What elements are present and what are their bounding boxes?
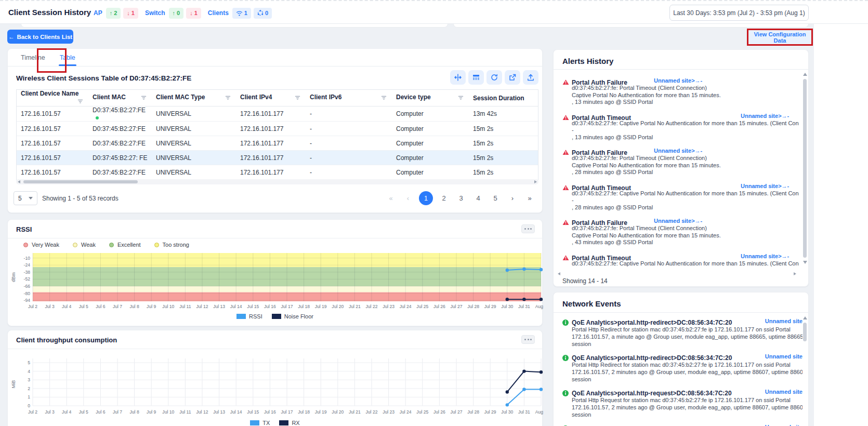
open-external-button[interactable] xyxy=(505,70,520,85)
clients-mesh-badge: 0 xyxy=(254,8,272,19)
svg-text:dBm: dBm xyxy=(11,272,16,282)
throughput-chart: 012345Jul 2Jul 3Jul 4Jul 5Jul 6Jul 7Jul … xyxy=(8,352,543,420)
table-cell: - xyxy=(306,151,392,165)
alerts-page-right-icon[interactable] xyxy=(794,272,796,275)
page-size-select[interactable]: 5 xyxy=(14,191,37,205)
svg-text:Jul 22: Jul 22 xyxy=(366,409,378,415)
svg-text:Jul 31: Jul 31 xyxy=(518,409,530,415)
table-row[interactable]: 172.16.101.57D0:37:45:B2:27:FEUNIVERSAL1… xyxy=(17,136,538,151)
svg-text:Jul 17: Jul 17 xyxy=(281,304,293,309)
alert-message-line: Captive Portal No Authentication for mor… xyxy=(572,232,799,239)
table-row[interactable]: 172.16.101.57D0:37:45:B2:27:FEUNIVERSAL1… xyxy=(17,165,538,180)
scroll-right-icon[interactable] xyxy=(534,180,537,183)
column-header: Session Duration xyxy=(469,90,538,106)
pager-first-button[interactable]: « xyxy=(385,192,397,205)
tab-table[interactable]: Table xyxy=(52,49,83,66)
series-legend-item: RSSI xyxy=(236,313,262,320)
site-link[interactable]: Unnamed site>→- xyxy=(654,218,702,224)
horizontal-scrollbar[interactable] xyxy=(16,179,538,184)
pager-page-button[interactable]: 5 xyxy=(489,192,502,205)
pager-last-button[interactable]: » xyxy=(523,192,536,205)
event-message-line: session xyxy=(572,411,803,418)
site-link[interactable]: Unnamed site>→- xyxy=(654,148,702,154)
table-cell: 172.16.101.177 xyxy=(236,136,306,151)
legend-dot xyxy=(73,243,77,247)
site-link[interactable]: Unnamed site xyxy=(765,318,803,324)
filter-icon[interactable] xyxy=(141,95,147,102)
series-legend-item: RX xyxy=(279,420,299,426)
rssi-series-legend: RSSINoise Floor xyxy=(8,313,542,320)
svg-text:Jul 15: Jul 15 xyxy=(247,304,259,309)
scroll-left-icon[interactable] xyxy=(18,180,20,183)
site-link[interactable]: Unnamed site xyxy=(765,424,803,426)
table-row[interactable]: 172.16.101.57D0:37:45:B2:27:FEUNIVERSAL1… xyxy=(17,106,538,122)
cell-value: UNIVERSAL xyxy=(156,140,191,147)
alert-title: Portal Auth Timeout xyxy=(572,114,631,122)
legend-label: TX xyxy=(262,420,270,426)
pager-page-button[interactable]: 3 xyxy=(455,192,467,205)
table-toolbar xyxy=(450,70,538,85)
pager-page-button[interactable]: 1 xyxy=(419,191,433,205)
throughput-card: Client throughput consumption 012345Jul … xyxy=(7,330,543,426)
scroll-up-icon[interactable] xyxy=(803,316,807,320)
page-title: Client Session History xyxy=(8,8,91,17)
tab-timeline[interactable]: Timeline xyxy=(14,49,52,66)
scroll-down-icon[interactable] xyxy=(803,261,807,264)
svg-text:Jul 2: Jul 2 xyxy=(28,409,37,415)
alert-item: Portal Auth FailureUnnamed site>→-d0:37:… xyxy=(562,77,799,106)
throughput-card-header: Client throughput consumption xyxy=(8,330,542,349)
site-link[interactable]: Unnamed site>→- xyxy=(741,113,789,119)
alerts-scrollbar-thumb[interactable] xyxy=(803,79,807,258)
back-to-clients-button[interactable]: ← Back to Clients List xyxy=(7,30,73,44)
event-header: QoE Analytics>portal.http-redirect>DC:08… xyxy=(562,353,803,361)
columns-settings-button[interactable] xyxy=(468,70,484,85)
events-scrollbar-thumb[interactable] xyxy=(803,323,807,341)
site-link[interactable]: Unnamed site xyxy=(765,353,803,360)
throughput-title: Client throughput consumption xyxy=(16,336,117,344)
refresh-button[interactable] xyxy=(486,70,502,85)
filter-icon[interactable] xyxy=(225,95,231,102)
pager-prev-button[interactable]: ‹ xyxy=(402,192,414,205)
column-resize-button[interactable] xyxy=(450,70,466,85)
svg-text:Jul 23: Jul 23 xyxy=(383,409,394,415)
rssi-title: RSSI xyxy=(16,225,32,233)
cell-value: - xyxy=(310,154,312,162)
table-cell: 15m 2s xyxy=(469,136,538,151)
pagination: «‹12345›» xyxy=(385,191,536,205)
filter-icon[interactable] xyxy=(77,99,83,106)
more-options-button[interactable] xyxy=(521,224,535,233)
filter-icon[interactable] xyxy=(458,95,464,102)
rssi-card-header: RSSI xyxy=(8,220,542,238)
column-header: Client IPv6 xyxy=(306,90,392,106)
svg-text:Jul 6: Jul 6 xyxy=(96,304,105,309)
table-row[interactable]: 172.16.101.57D0:37:45:B2:27: FEUNIVERSAL… xyxy=(17,151,538,165)
scroll-up-icon[interactable] xyxy=(803,73,807,76)
table-cell: D0:37:45:B2:27:FE xyxy=(88,122,152,136)
network-events-title: Network Events xyxy=(562,299,621,308)
svg-text:Jul 6: Jul 6 xyxy=(96,409,105,415)
table-row[interactable]: 172.16.101.57D0:37:45:B2:27:FEUNIVERSAL1… xyxy=(17,122,538,136)
scrollbar-thumb[interactable] xyxy=(23,180,138,183)
svg-text:Jul 25: Jul 25 xyxy=(416,304,428,309)
site-link[interactable]: Unnamed site xyxy=(765,389,803,395)
pager-next-button[interactable]: › xyxy=(506,192,519,205)
alert-title: Portal Auth Failure xyxy=(572,79,627,86)
info-icon xyxy=(562,318,569,328)
site-link[interactable]: Unnamed site>→- xyxy=(741,253,789,259)
svg-text:-52: -52 xyxy=(24,276,31,282)
svg-text:4: 4 xyxy=(28,369,30,374)
table-cell: 15m 2s xyxy=(469,122,538,136)
site-link[interactable]: Unnamed site>→- xyxy=(741,183,789,189)
arrow-down-icon: ↓ xyxy=(190,10,193,16)
alerts-page-left-icon[interactable] xyxy=(558,272,560,275)
pager-page-button[interactable]: 4 xyxy=(472,192,484,205)
pager-page-button[interactable]: 2 xyxy=(438,192,450,205)
date-range-picker[interactable]: Last 30 Days: 3:53 pm (Jul 2) - 3:53 pm … xyxy=(669,5,809,21)
filter-icon[interactable] xyxy=(381,95,387,102)
more-options-button[interactable] xyxy=(521,335,535,344)
export-button[interactable] xyxy=(523,70,538,85)
back-arrow-icon: ← xyxy=(8,34,15,40)
svg-text:Aug 1: Aug 1 xyxy=(535,409,543,415)
site-link[interactable]: Unnamed site>→- xyxy=(654,77,702,84)
filter-icon[interactable] xyxy=(295,95,300,102)
